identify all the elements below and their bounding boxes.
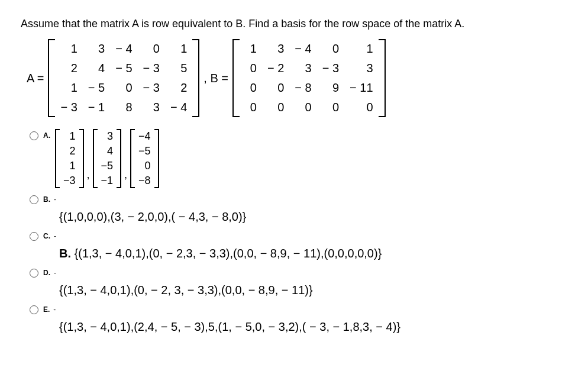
- option-letter: C.: [43, 232, 50, 240]
- option-b[interactable]: B. -: [30, 193, 567, 204]
- option-e-text: {(1,3, − 4,0,1),(2,4, − 5, − 3),5,(1, − …: [59, 320, 567, 334]
- option-a[interactable]: A. 121−3,34−5−1,−4−50−8: [30, 129, 567, 188]
- dash: -: [54, 195, 56, 204]
- dash: -: [53, 305, 56, 314]
- option-a-columns: 121−3,34−5−1,−4−50−8: [54, 129, 567, 188]
- dash: -: [54, 232, 56, 240]
- option-d[interactable]: D. -: [30, 266, 567, 278]
- option-b-text: {(1,0,0,0),(3, − 2,0,0),( − 4,3, − 8,0)}: [59, 210, 567, 224]
- radio-icon: [30, 195, 38, 204]
- matrix-b: 13− 4010− 23− 3300− 89− 1100000: [232, 39, 386, 117]
- option-letter: D.: [43, 269, 50, 277]
- option-e[interactable]: E. -: [30, 303, 567, 314]
- option-d-text: {(1,3, − 4,0,1),(0, − 2, 3, − 3,3),(0,0,…: [59, 283, 567, 297]
- option-letter: A.: [43, 131, 50, 140]
- label-a: A =: [27, 72, 44, 85]
- option-c[interactable]: C. -: [30, 230, 567, 241]
- matrix-a: 13− 40124− 5− 351− 50− 32− 3− 183− 4: [48, 39, 199, 117]
- matrices-display: A = 13− 40124− 5− 351− 50− 32− 3− 183− 4…: [24, 39, 567, 117]
- option-letter: B.: [43, 195, 50, 204]
- dash: -: [54, 269, 56, 277]
- label-b: , B =: [203, 72, 228, 85]
- option-letter: E.: [43, 305, 50, 314]
- question-text: Assume that the matrix A is row equivale…: [21, 18, 567, 30]
- radio-icon: [30, 305, 38, 314]
- radio-icon: [30, 232, 38, 241]
- options-group: A. 121−3,34−5−1,−4−50−8 B. - {(1,0,0,0),…: [30, 129, 567, 334]
- radio-icon: [30, 131, 38, 140]
- option-c-text: B. {(1,3, − 4,0,1),(0, − 2,3, − 3,3),(0,…: [59, 247, 567, 260]
- radio-icon: [30, 269, 38, 278]
